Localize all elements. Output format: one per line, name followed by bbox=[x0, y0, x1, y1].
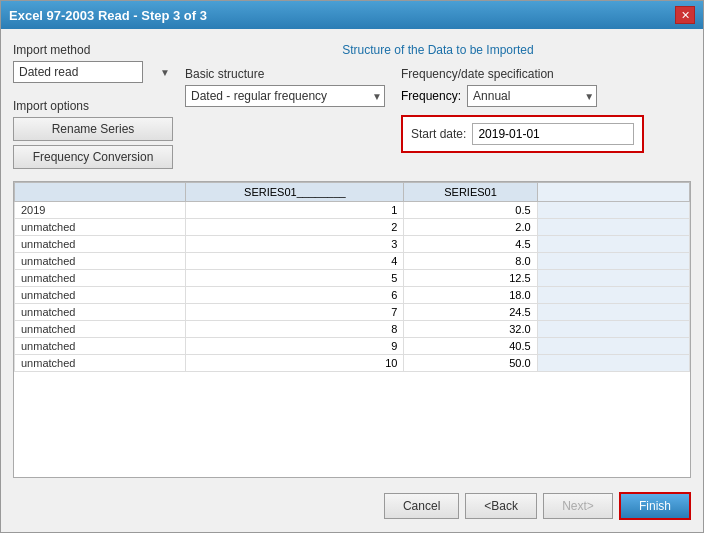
table-row: unmatched48.0 bbox=[15, 253, 690, 270]
title-bar: Excel 97-2003 Read - Step 3 of 3 ✕ bbox=[1, 1, 703, 29]
row-label: unmatched bbox=[15, 321, 186, 338]
table-row: unmatched940.5 bbox=[15, 338, 690, 355]
import-method-label: Import method bbox=[13, 43, 173, 57]
frequency-row: Frequency: Annual ▼ bbox=[401, 85, 644, 107]
row-val: 24.5 bbox=[404, 304, 537, 321]
row-num: 1 bbox=[186, 202, 404, 219]
table-row: unmatched1050.0 bbox=[15, 355, 690, 372]
basic-structure-select-wrapper: Dated - regular frequency ▼ bbox=[185, 85, 385, 107]
cancel-button[interactable]: Cancel bbox=[384, 493, 459, 519]
import-method-section: Import method Dated read ▼ bbox=[13, 43, 173, 83]
row-label: unmatched bbox=[15, 287, 186, 304]
freq-date-section: Frequency/date specification Frequency: … bbox=[401, 67, 644, 153]
frequency-conversion-button[interactable]: Frequency Conversion bbox=[13, 145, 173, 169]
row-val: 8.0 bbox=[404, 253, 537, 270]
row-num: 9 bbox=[186, 338, 404, 355]
row-val: 12.5 bbox=[404, 270, 537, 287]
col1-header: SERIES01________ bbox=[186, 183, 404, 202]
table-row: unmatched22.0 bbox=[15, 219, 690, 236]
import-method-select[interactable]: Dated read bbox=[13, 61, 143, 83]
row-val: 18.0 bbox=[404, 287, 537, 304]
top-row: Import method Dated read ▼ Import option… bbox=[13, 39, 691, 173]
row-num: 8 bbox=[186, 321, 404, 338]
row-empty bbox=[537, 202, 689, 219]
title-bar-controls: ✕ bbox=[675, 6, 695, 24]
finish-button[interactable]: Finish bbox=[619, 492, 691, 520]
table-row: unmatched512.5 bbox=[15, 270, 690, 287]
start-date-input[interactable] bbox=[472, 123, 634, 145]
row-val: 4.5 bbox=[404, 236, 537, 253]
row-label: unmatched bbox=[15, 219, 186, 236]
row-num: 6 bbox=[186, 287, 404, 304]
row-empty bbox=[537, 219, 689, 236]
row-label: unmatched bbox=[15, 270, 186, 287]
col3-header bbox=[537, 183, 689, 202]
main-window: Excel 97-2003 Read - Step 3 of 3 ✕ Impor… bbox=[0, 0, 704, 533]
frequency-select[interactable]: Annual bbox=[467, 85, 597, 107]
row-num: 4 bbox=[186, 253, 404, 270]
row-label: unmatched bbox=[15, 355, 186, 372]
row-empty bbox=[537, 338, 689, 355]
start-date-label: Start date: bbox=[411, 127, 466, 141]
row-label: unmatched bbox=[15, 338, 186, 355]
row-empty bbox=[537, 304, 689, 321]
start-date-box: Start date: bbox=[401, 115, 644, 153]
basic-structure-section: Basic structure Dated - regular frequenc… bbox=[185, 67, 385, 107]
table-row: unmatched724.5 bbox=[15, 304, 690, 321]
basic-structure-select[interactable]: Dated - regular frequency bbox=[185, 85, 385, 107]
basic-structure-label: Basic structure bbox=[185, 67, 385, 81]
row-num: 2 bbox=[186, 219, 404, 236]
row-empty bbox=[537, 236, 689, 253]
col-empty-header bbox=[15, 183, 186, 202]
row-val: 2.0 bbox=[404, 219, 537, 236]
next-button[interactable]: Next> bbox=[543, 493, 613, 519]
data-table-section: SERIES01________ SERIES01 201910.5unmatc… bbox=[13, 181, 691, 478]
row-val: 50.0 bbox=[404, 355, 537, 372]
row-num: 7 bbox=[186, 304, 404, 321]
row-num: 10 bbox=[186, 355, 404, 372]
row-empty bbox=[537, 253, 689, 270]
row-val: 32.0 bbox=[404, 321, 537, 338]
data-table: SERIES01________ SERIES01 201910.5unmatc… bbox=[14, 182, 690, 372]
row-num: 5 bbox=[186, 270, 404, 287]
frequency-select-wrapper: Annual ▼ bbox=[467, 85, 597, 107]
row-val: 40.5 bbox=[404, 338, 537, 355]
row-label: unmatched bbox=[15, 304, 186, 321]
row-empty bbox=[537, 321, 689, 338]
import-options-label: Import options bbox=[13, 99, 173, 113]
col2-header: SERIES01 bbox=[404, 183, 537, 202]
frequency-label: Frequency: bbox=[401, 89, 461, 103]
rename-series-button[interactable]: Rename Series bbox=[13, 117, 173, 141]
back-button[interactable]: <Back bbox=[465, 493, 537, 519]
window-title: Excel 97-2003 Read - Step 3 of 3 bbox=[9, 8, 207, 23]
row-empty bbox=[537, 287, 689, 304]
row-label: unmatched bbox=[15, 236, 186, 253]
row-num: 3 bbox=[186, 236, 404, 253]
table-row: unmatched832.0 bbox=[15, 321, 690, 338]
close-button[interactable]: ✕ bbox=[675, 6, 695, 24]
row-empty bbox=[537, 355, 689, 372]
import-method-select-wrapper: Dated read ▼ bbox=[13, 61, 173, 83]
row-label: 2019 bbox=[15, 202, 186, 219]
footer-buttons: Cancel <Back Next> Finish bbox=[13, 486, 691, 522]
row-label: unmatched bbox=[15, 253, 186, 270]
content-area: Import method Dated read ▼ Import option… bbox=[1, 29, 703, 532]
row-val: 0.5 bbox=[404, 202, 537, 219]
table-row: unmatched618.0 bbox=[15, 287, 690, 304]
left-panel: Import method Dated read ▼ Import option… bbox=[13, 43, 173, 169]
row-empty bbox=[537, 270, 689, 287]
import-method-arrow-icon: ▼ bbox=[160, 67, 170, 78]
import-options-section: Import options Rename Series Frequency C… bbox=[13, 99, 173, 169]
table-row: 201910.5 bbox=[15, 202, 690, 219]
freq-date-label: Frequency/date specification bbox=[401, 67, 644, 81]
structure-header: Structure of the Data to be Imported bbox=[185, 43, 691, 57]
table-row: unmatched34.5 bbox=[15, 236, 690, 253]
